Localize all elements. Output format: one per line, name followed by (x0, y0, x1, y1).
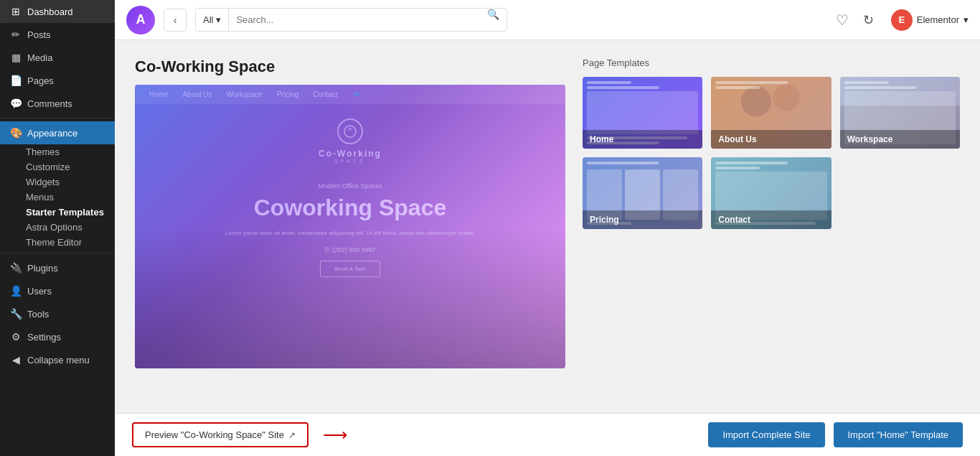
preview-logo-svg (343, 124, 357, 139)
template-thumb-contact: Contact (711, 157, 831, 229)
filter-label: All (203, 14, 213, 25)
sidebar-sub-label: Customize (26, 162, 70, 172)
sidebar-item-label: Posts (27, 29, 51, 40)
sidebar-sub-label: Starter Templates (26, 207, 104, 218)
import-complete-button[interactable]: Import Complete Site (708, 422, 824, 447)
preview-logo-name: Co-Working (135, 149, 565, 159)
sidebar-item-label: Pages (27, 75, 54, 86)
main-area: A ‹ All ▾ 🔍 ♡ ↻ E Elementor ▾ Co-Working… (115, 0, 980, 456)
sidebar-sub-theme-editor[interactable]: Theme Editor (0, 235, 115, 250)
main-preview-image: Home About Us Workspace Pricing Contact … (135, 85, 565, 368)
templates-panel: Page Templates Home (583, 57, 960, 396)
user-chevron-icon: ▾ (963, 14, 969, 25)
preview-nav-workspace: Workspace (227, 90, 263, 98)
sidebar-sub-themes[interactable]: Themes (0, 144, 115, 159)
content-inner: Co-Working Space Home About Us Workspace… (115, 40, 980, 413)
chevron-down-icon: ▾ (216, 14, 221, 25)
search-wrap: All ▾ 🔍 (195, 8, 507, 32)
search-input[interactable] (229, 9, 480, 31)
favorites-icon[interactable]: ♡ (836, 11, 849, 29)
comments-icon: 💬 (10, 98, 22, 109)
filter-dropdown[interactable]: All ▾ (196, 9, 229, 31)
preview-site-button[interactable]: Preview "Co-Working Space" Site ↗ (132, 422, 308, 447)
avatar: E (891, 9, 913, 31)
dashboard-icon: ⊞ (10, 6, 22, 17)
sidebar-sub-astra-options[interactable]: Astra Options (0, 220, 115, 235)
sidebar-sub-label: Menus (26, 192, 54, 203)
user-menu[interactable]: E Elementor ▾ (891, 9, 969, 31)
page-title: Co-Working Space (135, 57, 565, 76)
thumb-bar (844, 86, 917, 89)
content-area: Co-Working Space Home About Us Workspace… (115, 40, 980, 456)
sidebar-item-settings[interactable]: ⚙ Settings (0, 325, 115, 348)
sidebar-item-dashboard[interactable]: ⊞ Dashboard (0, 0, 115, 23)
sidebar-sub-customize[interactable]: Customize (0, 159, 115, 175)
sidebar-item-plugins[interactable]: 🔌 Plugins (0, 256, 115, 279)
sidebar-sub-menus[interactable]: Menus (0, 190, 115, 205)
preview-hero-big: Coworking Space (164, 195, 537, 220)
preview-nav-pricing: Pricing (277, 90, 299, 98)
template-thumb-pricing: Pricing (583, 157, 702, 229)
sidebar-item-label: Users (27, 286, 52, 297)
sidebar-divider2 (0, 253, 115, 253)
sidebar-sub-starter-templates[interactable]: Starter Templates (0, 205, 115, 220)
thumb-bar (587, 162, 659, 164)
sidebar-item-appearance[interactable]: 🎨 Appearance (0, 121, 115, 144)
sidebar-item-collapse[interactable]: ◀ Collapse menu (0, 348, 115, 371)
preview-nav-social: 🐦 (352, 90, 361, 98)
thumb-bar (715, 86, 760, 89)
preview-hero-small: Modern Office Spaces (164, 182, 537, 190)
back-button[interactable]: ‹ (164, 9, 187, 32)
external-link-icon: ↗ (288, 430, 296, 440)
preview-logo-icon (337, 118, 363, 144)
preview-nav-contact: Contact (313, 90, 337, 98)
sidebar-item-users[interactable]: 👤 Users (0, 279, 115, 302)
sidebar-sub-label: Theme Editor (26, 237, 82, 248)
appearance-icon: 🎨 (10, 127, 22, 139)
thumb-bar (715, 162, 788, 164)
thumb-bar (715, 81, 788, 84)
template-thumb-workspace: Workspace (840, 77, 960, 149)
template-label-pricing: Pricing (583, 210, 702, 229)
refresh-icon[interactable]: ↻ (863, 12, 874, 28)
sidebar-item-label: Dashboard (27, 6, 73, 17)
preview-btn-label: Preview "Co-Working Space" Site (145, 429, 284, 440)
sidebar-item-label: Tools (27, 309, 49, 320)
template-card-workspace[interactable]: Workspace (840, 77, 960, 149)
collapse-icon: ◀ (10, 354, 22, 366)
bottombar: Preview "Co-Working Space" Site ↗ ⟶ Impo… (115, 413, 980, 456)
sidebar-item-tools[interactable]: 🔧 Tools (0, 302, 115, 325)
template-card-about[interactable]: About Us (711, 77, 831, 149)
import-template-label: Import "Home" Template (848, 429, 949, 440)
sidebar-item-label: Comments (27, 98, 72, 109)
preview-building-overlay (135, 227, 565, 369)
sidebar-sub-widgets[interactable]: Widgets (0, 175, 115, 190)
import-template-button[interactable]: Import "Home" Template (834, 422, 963, 447)
template-label-home: Home (583, 130, 702, 149)
template-thumb-about: About Us (711, 77, 831, 149)
sidebar-sub-label: Astra Options (26, 222, 83, 233)
sidebar-item-posts[interactable]: ✏ Posts (0, 23, 115, 46)
sidebar-item-media[interactable]: ▦ Media (0, 46, 115, 69)
template-card-pricing[interactable]: Pricing (583, 157, 702, 229)
posts-icon: ✏ (10, 29, 22, 40)
sidebar-item-label: Settings (27, 332, 61, 343)
tools-icon: 🔧 (10, 308, 22, 320)
template-card-contact[interactable]: Contact (711, 157, 831, 229)
thumb-bar (587, 86, 659, 89)
template-card-home[interactable]: Home (583, 77, 702, 149)
settings-icon: ⚙ (10, 331, 22, 343)
templates-grid: Home About Us (583, 77, 960, 229)
sidebar-item-comments[interactable]: 💬 Comments (0, 92, 115, 115)
preview-panel: Co-Working Space Home About Us Workspace… (135, 57, 565, 396)
users-icon: 👤 (10, 285, 22, 297)
thumb-block (587, 91, 698, 134)
search-icon: 🔍 (480, 9, 507, 31)
template-label-workspace: Workspace (840, 130, 960, 149)
sidebar-item-pages[interactable]: 📄 Pages (0, 69, 115, 92)
sidebar-sub-label: Themes (26, 146, 60, 157)
preview-nav-home: Home (149, 90, 169, 98)
thumb-bar (715, 167, 760, 169)
template-label-about: About Us (711, 130, 831, 149)
plugins-icon: 🔌 (10, 262, 22, 274)
